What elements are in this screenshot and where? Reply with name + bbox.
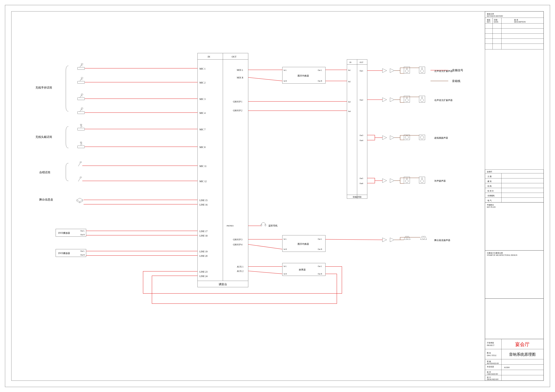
p-grp2: GROUP 2: [233, 109, 242, 112]
wire-aux2: [248, 271, 282, 274]
inner-frame: [11, 11, 544, 381]
p-line19: LINE 19: [199, 250, 207, 253]
rev-c3b: DESCRIPTION: [514, 21, 526, 23]
dest-mon: 舞台返送扬声器: [434, 239, 450, 242]
src-choir-label: 合唱话筒: [39, 171, 50, 174]
p-line18: LINE 18: [199, 235, 207, 237]
tb-prof-k: 专业负责: [487, 366, 494, 368]
p-phones: PHONES: [227, 225, 234, 227]
choirmic-icon: [78, 177, 82, 181]
dest-mainR: 右声道主扩扬声器: [434, 99, 453, 101]
wire-out5: [367, 178, 382, 181]
proc-out2: Out2: [360, 99, 363, 101]
mic-icon: [78, 94, 85, 100]
wire-grp4: [248, 244, 282, 249]
tb-dwg-en: DWG TITLE: [487, 355, 497, 356]
eq2-outR: Out R: [318, 248, 322, 250]
p-aux1: AUX 1: [237, 265, 243, 268]
eq1-inR: In R: [284, 80, 287, 82]
rev-c3: 描 述: [514, 19, 518, 21]
stagebox-icon: [77, 198, 83, 203]
sign-r5: 空调通风: [488, 195, 495, 197]
rev-title-en: REVISION HISTORY: [487, 15, 503, 17]
svg-rect-18: [485, 250, 544, 299]
p-mic3: MIC 3: [199, 98, 205, 100]
wire-out6: [367, 181, 375, 183]
drawing-canvas: 修改记录 REVISION HISTORY 修改 REV. 日期 DATE 描 …: [0, 0, 555, 392]
stamp-label: 注册设计注册单位章: [487, 252, 503, 254]
p-grp1: GROUP 1: [233, 100, 242, 103]
p-mic4: MIC 4: [199, 112, 205, 114]
proc-block: IN OUT 音频处理器: [347, 59, 367, 199]
headphone-label: 监听耳机: [269, 224, 278, 227]
choirmic-icon: [78, 162, 82, 166]
tb-dwg-v: 音响系统原理图: [509, 352, 536, 356]
tb-des-en: DESIGNED BY: [487, 378, 499, 380]
headphone-icon: [261, 222, 266, 226]
src-wirelesshand-label: 无线手持话筒: [36, 86, 52, 89]
proc-label: 音频处理器: [353, 196, 362, 198]
dvd1-outR: Out R: [80, 234, 85, 236]
wire-out3: [367, 135, 382, 138]
sp-mon: [394, 237, 420, 240]
eq2-label: 图示均衡器: [298, 243, 309, 245]
spare-box: [485, 299, 544, 339]
sp-fill: [394, 178, 419, 183]
p-line15: LINE 15: [199, 199, 207, 202]
proc-out4: Out4: [360, 140, 363, 142]
proc-out5: Out5: [360, 178, 363, 179]
src-headmic-label: 无线头戴话筒: [36, 135, 52, 138]
fx-inL: In L: [284, 265, 287, 267]
wire-fx-return-R: [152, 274, 337, 304]
mixer-in-hdr: IN: [208, 56, 210, 58]
mixer-label: 调音台: [219, 283, 227, 286]
dvd2-outL: Out L: [80, 250, 85, 252]
rev-c2b: DATE: [494, 21, 498, 23]
sign-r4: 给 排 水: [488, 190, 494, 192]
sign-r1: 主 图: [488, 176, 492, 178]
proc-in3: In3: [348, 101, 351, 103]
p-mic8: MIC 8: [199, 146, 205, 149]
chain-mon: [382, 236, 427, 242]
bracket1: [66, 66, 68, 111]
proc-in1: In1: [348, 69, 351, 71]
dest-sub: 超低频扬声器: [434, 137, 448, 139]
proc-out6: Out6: [360, 183, 363, 185]
eq2-inL: In L: [284, 238, 287, 240]
tb-chk-en: CHECKED BY: [487, 373, 498, 375]
p-line17: LINE 17: [199, 230, 207, 233]
p-aux2: AUX 2: [237, 270, 243, 272]
title-block: 厅堂类型 PROJECT 宴会厅 图 名 DWG TITLE 音响系统原理图 审…: [485, 339, 544, 381]
tb-des-k: 设 计: [487, 377, 491, 378]
sp-out1: [394, 68, 419, 73]
tb-proj-k: 厅堂类型: [487, 342, 494, 344]
noteplan-en: KEY PLAN: [487, 206, 496, 208]
proc-in2: In2: [348, 81, 351, 83]
fx-outR: Out R: [318, 273, 322, 275]
wire-mixR: [248, 78, 282, 81]
dvd2-label: DVD播放器: [58, 252, 70, 255]
p-mic12: MIC 12: [199, 180, 207, 183]
noteplan-label: 平面附注: [487, 204, 494, 206]
proc-in4: In4: [348, 110, 351, 112]
p-mic7: MIC 7: [199, 128, 205, 131]
eq2-inR: In R: [284, 248, 287, 250]
proc-out3: Out3: [360, 135, 363, 136]
src-stagebox-label: 舞台信息盒: [39, 198, 53, 201]
mic-icon: [78, 63, 85, 70]
p-line16: LINE 16: [199, 204, 207, 206]
signbox-title: 会签栏: [487, 171, 492, 173]
svg-rect-9: [485, 170, 544, 202]
mic-icon: [78, 108, 85, 114]
sign-box: 会签栏 主 图 建 筑 结 构 给 排 水 空调通风 电 气: [485, 170, 544, 202]
p-mixL: MIX L: [237, 69, 243, 71]
tb-dwg-k: 图 名: [487, 352, 491, 354]
outer-frame: [5, 5, 550, 387]
proc-in-hdr: IN: [350, 62, 351, 63]
stamp-en: STAMP OF ARCHITECTURAL DESIGN: [487, 254, 517, 256]
tb-rev-k: 审 核: [487, 361, 491, 362]
fx-inR: In R: [284, 273, 287, 275]
tb-chk-k: 校 对: [487, 371, 491, 373]
sign-r3: 结 构: [488, 185, 492, 187]
rev-c1b: REV.: [487, 21, 491, 23]
